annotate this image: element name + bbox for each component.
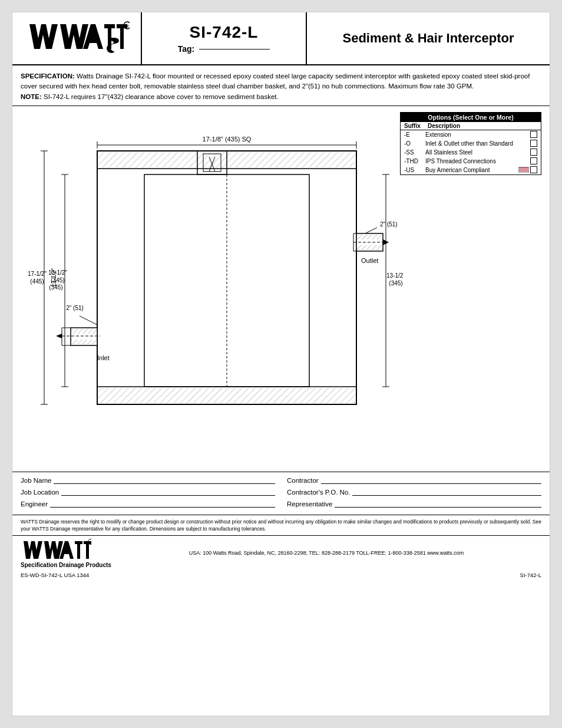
- job-location-label: Job Location: [21, 489, 59, 496]
- suffix-thd: -THD: [404, 158, 425, 164]
- bottom-bar: R Specification Drainage Products USA: 1…: [12, 535, 550, 571]
- po-label: Contractor's P.O. No.: [287, 489, 350, 496]
- page: R SI-742-L Tag: Sediment & Hair Intercep…: [12, 12, 550, 716]
- spec-body: Watts Drainage SI-742-L floor mounted or…: [21, 73, 530, 90]
- form-row-1: Job Name Contractor: [21, 476, 541, 484]
- svg-rect-7: [120, 28, 124, 49]
- svg-text:R: R: [90, 541, 91, 544]
- svg-text:(345): (345): [49, 284, 62, 291]
- job-name-line: [54, 476, 275, 484]
- suffix-o: -O: [404, 140, 425, 147]
- representative-label: Representative: [287, 500, 332, 508]
- option-row-ss: -SS All Stainless Steel: [401, 148, 541, 157]
- contractor-label: Contractor: [287, 477, 319, 484]
- tag-label: Tag:: [178, 44, 195, 54]
- svg-rect-40: [71, 340, 97, 344]
- suffix-e: -E: [404, 131, 425, 138]
- svg-text:(345): (345): [51, 277, 64, 284]
- svg-rect-23: [98, 388, 355, 403]
- product-title: Sediment & Hair Interceptor: [343, 31, 514, 46]
- col-suffix: Suffix: [404, 123, 428, 129]
- bottom-contact: USA: 100 Watts Road, Spindale, NC, 28160…: [111, 550, 541, 556]
- watts-logo: R: [24, 19, 130, 58]
- svg-marker-68: [44, 541, 63, 559]
- svg-text:13-1/2": 13-1/2": [386, 272, 404, 279]
- model-number: SI-742-L: [190, 23, 259, 42]
- very-bottom: ES-WD-SI-742-L USA 1344 SI-742-L: [12, 571, 550, 579]
- option-row-us: -US Buy American Compliant: [401, 166, 541, 174]
- desc-ss: All Stainless Steel: [425, 149, 530, 156]
- svg-rect-71: [75, 541, 82, 544]
- footer-form: Job Name Contractor Job Location Contrac…: [12, 472, 550, 515]
- engineer-label: Engineer: [21, 500, 48, 508]
- desc-us: Buy American Compliant: [425, 167, 518, 173]
- po-line: [352, 487, 541, 496]
- drawing-area: Options (Select One or More) Suffix Desc…: [12, 106, 550, 472]
- options-subheader: Suffix Description: [401, 122, 541, 130]
- svg-text:2" (51): 2" (51): [380, 221, 398, 228]
- svg-text:(345): (345): [389, 280, 402, 286]
- checkbox-ss: [530, 149, 537, 156]
- svg-marker-47: [56, 334, 62, 338]
- svg-text:Inlet: Inlet: [97, 354, 110, 361]
- header: R SI-742-L Tag: Sediment & Hair Intercep…: [12, 12, 550, 65]
- svg-text:(445): (445): [30, 278, 44, 285]
- representative-field: Representative: [287, 499, 541, 508]
- svg-text:2" (51): 2" (51): [66, 305, 84, 311]
- svg-text:Outlet: Outlet: [361, 257, 378, 264]
- spec-drainage-label: Specification Drainage Products: [21, 562, 111, 568]
- svg-text:17-1/8" (435) SQ: 17-1/8" (435) SQ: [203, 136, 252, 143]
- checkbox-us: [530, 166, 537, 173]
- model-ref: SI-742-L: [520, 572, 541, 578]
- job-name-label: Job Name: [21, 477, 51, 484]
- footer-watts-logo: R: [21, 538, 91, 562]
- job-location-line: [61, 487, 275, 496]
- desc-e: Extension: [425, 131, 530, 138]
- job-name-field: Job Name: [21, 476, 275, 484]
- svg-text:R: R: [125, 24, 129, 29]
- svg-rect-72: [77, 544, 80, 559]
- svg-marker-0: [29, 24, 58, 49]
- job-location-field: Job Location: [21, 487, 275, 496]
- form-row-2: Job Location Contractor's P.O. No.: [21, 487, 541, 496]
- tag-line: Tag:: [178, 44, 270, 54]
- checkbox-e: [530, 131, 537, 138]
- engineer-line: [50, 499, 275, 508]
- form-row-3: Engineer Representative: [21, 499, 541, 508]
- doc-number: ES-WD-SI-742-L USA 1344: [21, 572, 89, 578]
- header-title-section: Sediment & Hair Interceptor: [307, 12, 550, 64]
- option-row-thd: -THD IPS Threaded Connections: [401, 157, 541, 166]
- desc-o: Inlet & Outlet other than Standard: [425, 140, 530, 147]
- spec-label: SPECIFICATION:: [21, 73, 75, 80]
- svg-marker-67: [24, 541, 42, 559]
- note-text: NOTE: SI-742-L requires 17"(432) clearan…: [21, 92, 541, 102]
- svg-line-57: [365, 228, 377, 233]
- flag-icon: [518, 167, 529, 173]
- spec-text: SPECIFICATION: Watts Drainage SI-742-L f…: [21, 71, 541, 92]
- disclaimer-text: WATTS Drainage reserves the right to mod…: [21, 519, 541, 533]
- representative-line: [335, 499, 541, 508]
- checkbox-thd: [530, 157, 537, 164]
- option-row-e: -E Extension: [401, 130, 541, 139]
- options-box: Options (Select One or More) Suffix Desc…: [400, 112, 541, 175]
- footer-disclaimer: WATTS Drainage reserves the right to mod…: [12, 515, 550, 535]
- technical-drawing: 17-1/8" (435) SQ: [21, 116, 404, 463]
- svg-line-41: [80, 316, 97, 325]
- desc-thd: IPS Threaded Connections: [425, 158, 530, 164]
- checkbox-o: [530, 140, 537, 147]
- svg-rect-4: [104, 24, 115, 28]
- disclaimer-body: WATTS Drainage reserves the right to mod…: [21, 519, 541, 533]
- svg-marker-1: [60, 24, 88, 49]
- header-logo-section: R: [12, 12, 142, 64]
- contractor-line: [321, 476, 541, 484]
- note-body: SI-742-L requires 17"(432) clearance abo…: [44, 93, 279, 100]
- svg-rect-22: [144, 174, 309, 387]
- svg-rect-74: [86, 544, 89, 559]
- header-model-section: SI-742-L Tag:: [142, 12, 307, 64]
- suffix-ss: -SS: [404, 149, 425, 156]
- note-label: NOTE:: [21, 93, 42, 100]
- svg-text:17-1/2": 17-1/2": [28, 271, 47, 277]
- col-desc: Description: [428, 123, 460, 129]
- contractor-field: Contractor: [287, 476, 541, 484]
- tag-field: [199, 49, 270, 50]
